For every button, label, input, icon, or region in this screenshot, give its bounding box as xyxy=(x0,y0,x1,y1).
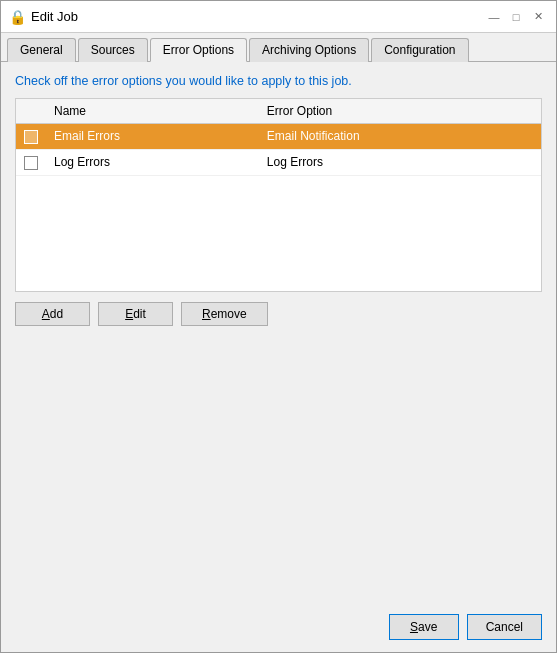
close-button[interactable]: ✕ xyxy=(528,7,548,27)
error-options-table: Name Error Option Email ErrorsEmail Noti… xyxy=(16,99,541,176)
col-header-name: Name xyxy=(46,99,259,124)
error-options-table-container: Name Error Option Email ErrorsEmail Noti… xyxy=(15,98,542,292)
footer: Save Cancel xyxy=(1,606,556,652)
cancel-button[interactable]: Cancel xyxy=(467,614,542,640)
window-icon: 🔒 xyxy=(9,9,25,25)
row-checkbox-cell[interactable] xyxy=(16,124,46,150)
row-name: Email Errors xyxy=(46,124,259,150)
remove-button[interactable]: Remove xyxy=(181,302,268,326)
add-button[interactable]: Add xyxy=(15,302,90,326)
row-checkbox-cell[interactable] xyxy=(16,149,46,175)
window-title: Edit Job xyxy=(31,9,78,24)
minimize-button[interactable]: — xyxy=(484,7,504,27)
content-area: Check off the error options you would li… xyxy=(1,62,556,346)
title-bar-left: 🔒 Edit Job xyxy=(9,9,78,25)
col-header-checkbox xyxy=(16,99,46,124)
row-error-option: Email Notification xyxy=(259,124,541,150)
tabs-bar: General Sources Error Options Archiving … xyxy=(1,33,556,62)
row-error-option: Log Errors xyxy=(259,149,541,175)
table-row[interactable]: Email ErrorsEmail Notification xyxy=(16,124,541,150)
table-row[interactable]: Log ErrorsLog Errors xyxy=(16,149,541,175)
edit-button[interactable]: Edit xyxy=(98,302,173,326)
action-buttons: Add Edit Remove xyxy=(15,292,542,334)
maximize-button[interactable]: □ xyxy=(506,7,526,27)
tab-sources[interactable]: Sources xyxy=(78,38,148,62)
tab-archiving-options[interactable]: Archiving Options xyxy=(249,38,369,62)
tab-error-options[interactable]: Error Options xyxy=(150,38,247,62)
title-bar: 🔒 Edit Job — □ ✕ xyxy=(1,1,556,33)
tab-configuration[interactable]: Configuration xyxy=(371,38,468,62)
title-controls: — □ ✕ xyxy=(484,7,548,27)
col-header-error-option: Error Option xyxy=(259,99,541,124)
save-button[interactable]: Save xyxy=(389,614,459,640)
tab-general[interactable]: General xyxy=(7,38,76,62)
table-header-row: Name Error Option xyxy=(16,99,541,124)
checkbox-icon[interactable] xyxy=(24,130,38,144)
checkbox-icon[interactable] xyxy=(24,156,38,170)
instruction-text: Check off the error options you would li… xyxy=(15,74,542,88)
row-name: Log Errors xyxy=(46,149,259,175)
edit-job-window: 🔒 Edit Job — □ ✕ General Sources Error O… xyxy=(0,0,557,653)
